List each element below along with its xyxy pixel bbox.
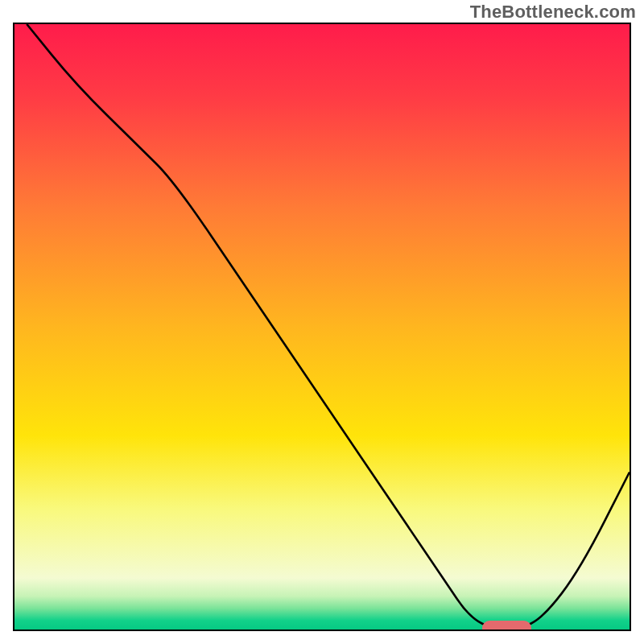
- optimum-marker: [482, 621, 531, 631]
- curve-layer: [14, 24, 630, 630]
- watermark-text: TheBottleneck.com: [470, 2, 636, 23]
- chart-area: [13, 23, 631, 631]
- bottleneck-curve: [27, 24, 630, 630]
